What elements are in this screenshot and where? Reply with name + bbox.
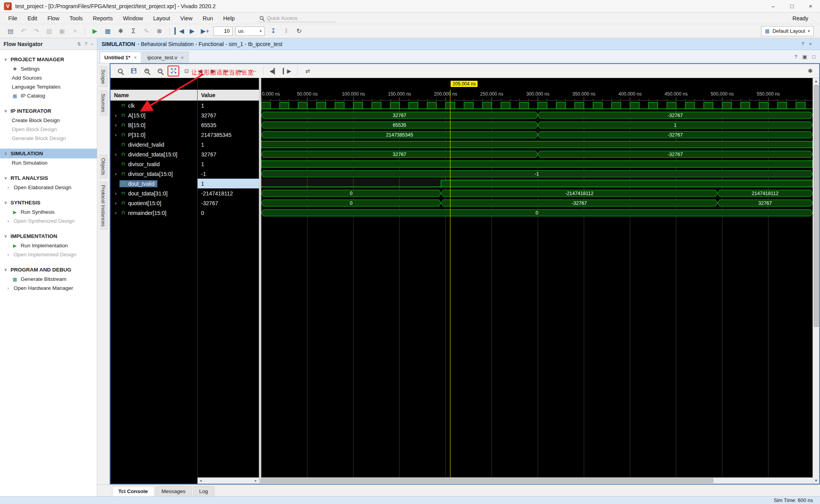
minimize-button[interactable]: – [764,0,783,12]
flow-item-create-block-design[interactable]: Create Block Design [0,116,97,125]
copy-button[interactable]: ▥ [43,26,55,37]
layout-selector[interactable]: ▦ Default Layout ▾ [761,26,814,36]
flow-item-open-synthesized-design[interactable]: ›Open Synthesized Design [0,217,97,225]
flow-item-generate-bitstream[interactable]: ▦Generate Bitstream [0,275,97,284]
side-tab-sources[interactable]: Sources [100,91,107,115]
signal-row-p-31-0[interactable]: ›⊓P[31:0] [111,130,197,140]
signal-row-dout-tdata-31-0[interactable]: ›⊓dout_tdata[31:0] [111,188,197,198]
undo-button[interactable]: ↶ [18,26,29,37]
swap-cursors-button[interactable]: ⇄ [302,66,314,76]
restart-sim-button[interactable]: ▎◀ [173,26,185,37]
quick-access-input[interactable] [267,15,328,21]
scroll-right-icon[interactable]: ▸ [253,479,259,483]
value-row-divisor-tdata-15-0[interactable]: -1 [198,169,259,179]
value-row-p-31-0[interactable]: 2147385345 [198,130,259,140]
scroll-up-icon[interactable]: ▲ [813,78,819,84]
value-row-divisor-tvalid[interactable]: 1 [198,159,259,169]
tab-ipcore-test-v[interactable]: ipcore_test.v× [143,51,188,63]
close-icon[interactable]: × [134,55,137,60]
flow-section-header-rtl-analysis[interactable]: ∨RTL ANALYSIS [0,173,97,183]
expander-icon[interactable]: › [113,210,119,216]
menu-help[interactable]: Help [218,14,240,23]
zoom-in-button[interactable]: + [141,66,153,76]
name-value-hscrollbar[interactable]: ◂ ▸ [198,477,259,484]
flow-item-ip-catalog[interactable]: ▦IP Catalog [0,91,97,100]
save-wave-config-button[interactable] [128,66,139,76]
menu-reports[interactable]: Reports [88,14,118,23]
flow-item-open-elaborated-design[interactable]: ›Open Elaborated Design [0,183,97,192]
cursor-time-label[interactable]: 205.004 ns [451,81,478,87]
value-row-dividend-tvalid[interactable]: 1 [198,140,259,149]
expander-icon[interactable]: › [113,200,119,206]
flow-section-header-project-manager[interactable]: ∨PROJECT MANAGER [0,55,97,64]
bottom-tab-tcl-console[interactable]: Tcl Console [112,486,154,496]
flow-item-open-implemented-design[interactable]: ›Open Implemented Design [0,250,97,259]
zoom-fit-button[interactable] [168,66,179,76]
vscroll-thumb[interactable] [814,85,819,327]
signal-row-divisor-tvalid[interactable]: ⊓divisor_tvalid [111,159,197,169]
signal-row-quotient-15-0[interactable]: ›⊓quotient[15:0] [111,198,197,208]
zoom-to-cursor-button[interactable]: ⊡ [181,66,193,76]
hscroll-track[interactable] [204,477,253,484]
step-button[interactable]: ↧ [267,26,279,37]
flow-item-run-implementation[interactable]: ▶Run Implementation [0,241,97,250]
bottom-tab-messages[interactable]: Messages [155,486,192,496]
pause-button[interactable]: ‖ [280,26,292,37]
tab-untitled-1[interactable]: Untitled 1*× [100,51,141,63]
program-device-button[interactable]: ▦ [102,26,114,37]
signal-row-divisor-tdata-15-0[interactable]: ›⊓divisor_tdata[15:0] [111,169,197,179]
menu-file[interactable]: File [3,14,22,23]
menu-layout[interactable]: Layout [148,14,175,23]
flow-item-open-block-design[interactable]: Open Block Design [0,125,97,134]
menu-view[interactable]: View [175,14,198,23]
menu-run[interactable]: Run [198,14,218,23]
flow-item-generate-block-design[interactable]: Generate Block Design [0,134,97,143]
value-row-b-15-0[interactable]: 65535 [198,120,259,130]
settings-gear-button[interactable]: ✱ [115,26,127,37]
waveform-canvas[interactable]: 32767-327676553512147385345-3276732767-3… [261,101,813,477]
edit-button[interactable]: ✎ [141,26,152,37]
close-icon[interactable]: × [809,41,812,47]
flow-section-header-simulation[interactable]: ∨SIMULATION [0,149,97,158]
wave-settings-gear-button[interactable]: ✱ [804,66,816,76]
next-transition-button[interactable]: ▎▶ [281,66,293,76]
expander-icon[interactable]: › [113,132,119,138]
signal-row-b-15-0[interactable]: ›⊓B[15:0] [111,120,197,130]
side-tab-scope[interactable]: Scope [100,66,107,87]
expander-icon[interactable]: › [113,122,119,128]
run-all-button[interactable]: ▶ [186,26,198,37]
value-column-header[interactable]: Value [198,90,259,101]
time-unit-select[interactable]: us▾ [235,27,265,36]
zoom-out-button[interactable]: − [154,66,166,76]
value-row-quotient-15-0[interactable]: -32767 [198,198,259,208]
toggle-sections-icon[interactable]: ⇅ [77,41,81,47]
signal-row-dividend-tdata-15-0[interactable]: ›⊓dividend_tdata[15:0] [111,149,197,159]
save-button[interactable]: ▣ [56,26,68,37]
help-icon[interactable]: ? [795,54,797,60]
signal-row-dividend-tvalid[interactable]: ⊓dividend_tvalid [111,140,197,149]
flow-item-settings[interactable]: ✱Settings [0,64,97,73]
probe-button[interactable]: ⊗ [153,26,165,37]
expander-icon[interactable]: › [113,112,119,118]
menu-tools[interactable]: Tools [64,14,88,23]
expander-icon[interactable]: › [113,190,119,196]
flow-section-header-program-and-debug[interactable]: ∨PROGRAM AND DEBUG [0,265,97,275]
side-tab-objects[interactable]: Objects [100,155,107,178]
signal-row-remainder-15-0[interactable]: ›⊓remainder[15:0] [111,208,197,218]
maximize-button[interactable]: □ [783,0,801,12]
scroll-down-icon[interactable]: ▼ [813,477,819,484]
value-row-dividend-tdata-15-0[interactable]: 32767 [198,149,259,159]
previous-transition-button[interactable]: ◀▎ [268,66,280,76]
delete-button[interactable]: × [69,26,81,37]
waveform-svg[interactable]: 32767-327676553512147385345-3276732767-3… [261,101,813,477]
help-icon[interactable]: ? [85,41,87,47]
flow-item-language-templates[interactable]: Language Templates [0,82,97,91]
scroll-left-icon[interactable]: ◂ [198,479,204,483]
open-file-button[interactable]: ▤ [5,26,16,37]
close-button[interactable]: × [801,0,820,12]
value-row-remainder-15-0[interactable]: 0 [198,208,259,218]
side-tab-protocol-instances[interactable]: Protocol Instances [100,182,107,230]
minimize-panel-icon[interactable]: – [91,41,93,47]
value-row-a-15-0[interactable]: 32767 [198,110,259,120]
flow-item-open-hardware-manager[interactable]: ›Open Hardware Manager [0,284,97,293]
